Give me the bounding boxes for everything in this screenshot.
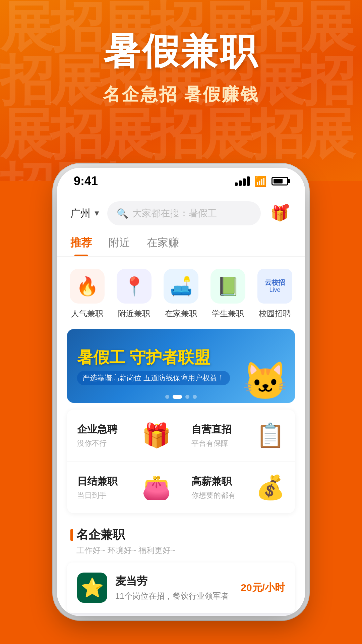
status-time: 9:41 xyxy=(74,174,98,188)
location-button[interactable]: 广州 ▼ xyxy=(70,207,101,220)
company-logo-icon: ⭐ xyxy=(81,577,104,599)
nearby-label: 附近兼职 xyxy=(118,308,150,319)
search-placeholder: 大家都在搜：暑假工 xyxy=(132,207,217,220)
daily-pay-name: 日结兼职 xyxy=(77,475,138,488)
banner-title: 暑假工 守护者联盟 xyxy=(77,347,230,368)
banner-dots xyxy=(165,395,197,399)
company-logo: ⭐ xyxy=(77,573,107,603)
home-icon: 🛋️ xyxy=(164,269,198,304)
dot-2 xyxy=(173,395,182,399)
urgent-hire-name: 企业急聘 xyxy=(77,423,138,436)
app-content: 广州 ▼ 🔍 大家都在搜：暑假工 🎁 推荐 附近 xyxy=(57,195,305,613)
hero-title: 暑假兼职 xyxy=(103,27,259,77)
category-campus[interactable]: 云校招 Live 校园招聘 xyxy=(257,269,292,319)
dot-1 xyxy=(165,395,169,399)
campus-label: 校园招聘 xyxy=(259,308,291,319)
wifi-icon: 📶 xyxy=(254,175,267,187)
direct-hire-name: 自营直招 xyxy=(191,423,253,436)
quick-row-1: 企业急聘 没你不行 🎁 自营直招 平台有保障 📋 xyxy=(67,410,295,462)
search-icon: 🔍 xyxy=(117,208,128,219)
location-label: 广州 xyxy=(70,207,90,220)
category-nearby[interactable]: 📍 附近兼职 xyxy=(117,269,152,319)
banner-mascot-icon: 🐱 xyxy=(242,360,288,403)
urgent-hire-desc: 没你不行 xyxy=(77,438,138,448)
direct-hire-icon: 📋 xyxy=(256,422,285,449)
quick-row-2: 日结兼职 当日到手 👛 高薪兼职 你想要的都有 💰 xyxy=(67,462,295,513)
status-icons: 📶 xyxy=(235,175,288,187)
company-name: 麦当劳 xyxy=(115,574,233,589)
direct-hire-text: 自营直招 平台有保障 xyxy=(191,423,253,448)
banner-content: 暑假工 守护者联盟 严选靠谱高薪岗位 五道防线保障用户权益！ xyxy=(67,340,240,392)
student-label: 学生兼职 xyxy=(212,308,244,319)
job-info: 麦当劳 11个岗位在招，餐饮行业领军者 xyxy=(115,574,233,601)
notch xyxy=(144,168,218,184)
gift-button[interactable]: 🎁 xyxy=(267,201,292,225)
nav-tabs: 推荐 附近 在家赚 xyxy=(57,232,305,257)
banner[interactable]: 暑假工 守护者联盟 严选靠谱高薪岗位 五道防线保障用户权益！ 🐱 xyxy=(67,329,295,403)
status-bar: 9:41 📶 xyxy=(57,168,305,195)
home-label: 在家兼职 xyxy=(165,308,197,319)
urgent-hire-text: 企业急聘 没你不行 xyxy=(77,423,138,448)
signal-icon xyxy=(235,176,250,186)
category-popular[interactable]: 🔥 人气兼职 xyxy=(70,269,105,319)
app-header: 广州 ▼ 🔍 大家都在搜：暑假工 🎁 xyxy=(57,195,305,232)
student-icon: 📗 xyxy=(210,269,245,304)
urgent-hire-icon: 🎁 xyxy=(142,422,171,449)
popular-label: 人气兼职 xyxy=(71,308,103,319)
direct-hire-desc: 平台有保障 xyxy=(191,438,253,448)
high-pay-text: 高薪兼职 你想要的都有 xyxy=(191,475,253,500)
daily-pay-icon: 👛 xyxy=(142,474,171,501)
nearby-icon: 📍 xyxy=(117,269,152,304)
tab-earn-at-home[interactable]: 在家赚 xyxy=(147,235,179,256)
daily-pay-text: 日结兼职 当日到手 xyxy=(77,475,138,500)
quick-urgent-hire[interactable]: 企业急聘 没你不行 🎁 xyxy=(67,410,181,461)
battery-icon xyxy=(272,177,288,185)
chevron-down-icon: ▼ xyxy=(93,209,101,218)
tab-recommend[interactable]: 推荐 xyxy=(70,235,92,256)
gift-notification-dot xyxy=(284,204,289,209)
tab-nearby[interactable]: 附近 xyxy=(109,235,130,256)
campus-icon: 云校招 Live xyxy=(257,269,292,304)
hero-subtitle: 名企急招 暑假赚钱 xyxy=(103,83,259,106)
search-bar[interactable]: 🔍 大家都在搜：暑假工 xyxy=(107,201,261,225)
famous-section-header: 名企兼职 工作好~ 环境好~ 福利更好~ xyxy=(57,520,305,559)
job-salary: 20元/小时 xyxy=(241,581,285,595)
high-pay-name: 高薪兼职 xyxy=(191,475,253,488)
quick-direct-hire[interactable]: 自营直招 平台有保障 📋 xyxy=(181,410,295,461)
daily-pay-desc: 当日到手 xyxy=(77,490,138,500)
dot-4 xyxy=(193,395,197,399)
job-description: 11个岗位在招，餐饮行业领军者 xyxy=(115,591,233,601)
high-pay-desc: 你想要的都有 xyxy=(191,490,253,500)
quick-daily-pay[interactable]: 日结兼职 当日到手 👛 xyxy=(67,462,181,513)
category-home[interactable]: 🛋️ 在家兼职 xyxy=(164,269,198,319)
category-student[interactable]: 📗 学生兼职 xyxy=(210,269,245,319)
phone-body: 9:41 📶 广州 ▼ xyxy=(57,168,305,616)
category-row: 🔥 人气兼职 📍 附近兼职 🛋️ 在家兼职 📗 学生兼职 云校 xyxy=(57,257,305,326)
famous-title: 名企兼职 xyxy=(70,527,292,543)
banner-subtitle: 严选靠谱高薪岗位 五道防线保障用户权益！ xyxy=(77,371,230,385)
job-card-mcdonalds[interactable]: ⭐ 麦当劳 11个岗位在招，餐饮行业领军者 20元/小时 xyxy=(67,562,295,613)
quick-high-pay[interactable]: 高薪兼职 你想要的都有 💰 xyxy=(181,462,295,513)
hero-section: 展招展招展招展招展招展招展招展招展招展招展招展招 暑假兼职 名企急招 暑假赚钱 xyxy=(0,0,362,181)
quick-links-grid: 企业急聘 没你不行 🎁 自营直招 平台有保障 📋 xyxy=(67,410,295,513)
high-pay-icon: 💰 xyxy=(256,474,285,501)
famous-subtitle: 工作好~ 环境好~ 福利更好~ xyxy=(70,545,292,556)
phone-mockup: 9:41 📶 广州 ▼ xyxy=(0,168,362,636)
popular-icon: 🔥 xyxy=(70,269,105,304)
dot-3 xyxy=(185,395,189,399)
